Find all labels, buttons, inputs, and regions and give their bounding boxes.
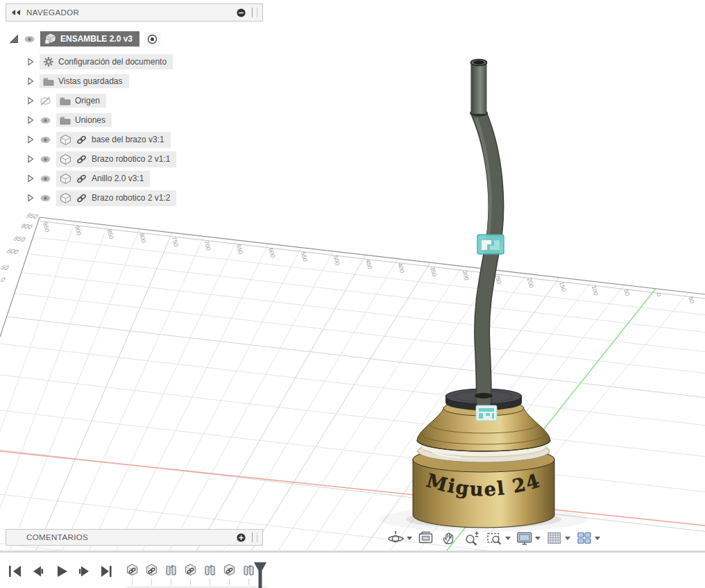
zoom-button[interactable] xyxy=(461,530,482,546)
zoom-window-button[interactable] xyxy=(484,530,512,546)
visibility-eye-icon[interactable] xyxy=(40,135,51,144)
zoom-icon xyxy=(463,530,481,546)
timeline-tick xyxy=(190,579,191,585)
tree-row-root[interactable]: ENSAMBLE 2.0 v3 xyxy=(9,31,160,47)
tree-item-label: Configuración del documento xyxy=(58,57,167,67)
timeline-playhead[interactable] xyxy=(253,562,267,588)
tree-row-component[interactable]: base del brazo v3:1 xyxy=(26,132,171,147)
visibility-off-icon[interactable] xyxy=(40,96,51,106)
display-settings-icon xyxy=(516,530,534,546)
slider-joint-icon[interactable] xyxy=(476,405,497,421)
play-button[interactable] xyxy=(53,563,69,580)
expand-icon[interactable] xyxy=(26,155,35,163)
folder-icon xyxy=(60,116,71,125)
timeline-feature-joint[interactable] xyxy=(204,564,216,576)
tree-row-origin[interactable]: Origen xyxy=(26,93,106,108)
timeline-feature-component[interactable] xyxy=(126,564,138,576)
expand-icon[interactable] xyxy=(26,58,35,66)
expand-open-icon[interactable] xyxy=(9,34,19,44)
tree-item-label: base del brazo v3:1 xyxy=(92,135,164,144)
play-icon xyxy=(53,563,69,580)
panel-drag-handle[interactable] xyxy=(252,8,257,17)
timeline-tick xyxy=(248,579,249,585)
tree-item-label: Uniones xyxy=(75,115,105,125)
tree-row-component[interactable]: Anillo 2.0 v3:1 xyxy=(26,171,150,186)
timeline-feature-component[interactable] xyxy=(146,564,158,576)
display-settings-button[interactable] xyxy=(514,530,542,546)
link-icon xyxy=(76,192,87,204)
expand-icon[interactable] xyxy=(26,77,35,85)
go-to-end-button[interactable] xyxy=(99,563,115,580)
timeline-strip xyxy=(0,553,705,588)
pan-button[interactable] xyxy=(439,530,459,546)
playhead-marker-icon xyxy=(253,562,267,588)
activate-component-radio[interactable] xyxy=(144,32,160,47)
view-navigation-toolbar xyxy=(386,530,602,546)
visibility-eye-icon[interactable] xyxy=(24,35,35,44)
joint-icon xyxy=(204,564,216,576)
grid-settings-button[interactable] xyxy=(544,530,572,546)
linked-component-icon xyxy=(185,564,196,576)
add-comment-icon[interactable] xyxy=(236,532,246,543)
visibility-eye-icon[interactable] xyxy=(40,194,51,203)
link-icon xyxy=(76,153,87,165)
fusion-window: 9509509008508005009008508007507006506005… xyxy=(0,0,705,588)
orbit-button[interactable] xyxy=(386,530,414,546)
collapse-panel-icon[interactable] xyxy=(11,9,21,16)
step-back-button[interactable] xyxy=(30,563,46,580)
pan-icon xyxy=(440,530,458,546)
expand-icon[interactable] xyxy=(26,135,35,144)
component-cube-icon xyxy=(60,173,71,185)
panel-drag-handle[interactable] xyxy=(252,532,257,542)
timeline-feature-joint[interactable] xyxy=(165,564,177,576)
tree-row-component[interactable]: Brazo robotico 2 v1:2 xyxy=(26,190,176,205)
timeline-tick xyxy=(132,579,133,585)
component-cube-icon xyxy=(60,134,71,146)
timeline-ruler xyxy=(126,587,266,587)
look-at-icon xyxy=(417,530,435,546)
visibility-eye-icon[interactable] xyxy=(40,116,51,125)
collapse-browser-icon[interactable] xyxy=(236,8,246,18)
folder-icon xyxy=(60,96,71,106)
timeline-tick xyxy=(210,579,210,585)
tree-row-joints[interactable]: Uniones xyxy=(26,112,112,128)
expand-icon[interactable] xyxy=(26,174,35,183)
component-cube-icon xyxy=(60,153,71,165)
joint-indicator-icon[interactable] xyxy=(477,235,504,254)
step-forward-button[interactable] xyxy=(76,563,92,580)
tree-row-component[interactable]: Brazo robotico 2 v1:1 xyxy=(26,151,176,167)
go-to-start-button[interactable] xyxy=(7,563,24,580)
visibility-eye-icon[interactable] xyxy=(40,155,51,164)
orbit-icon xyxy=(387,530,405,546)
folder-icon xyxy=(43,77,54,86)
comments-panel-header[interactable]: COMENTARIOS xyxy=(6,529,263,546)
timeline-features xyxy=(126,564,255,576)
step-forward-icon xyxy=(76,563,92,580)
link-icon xyxy=(76,134,87,146)
timeline-tick xyxy=(229,579,230,585)
expand-icon[interactable] xyxy=(26,116,35,124)
viewports-button[interactable] xyxy=(574,530,602,546)
tree-item-label: Origen xyxy=(75,96,100,106)
expand-icon[interactable] xyxy=(26,194,35,202)
timeline-feature-component[interactable] xyxy=(185,564,196,576)
chevron-down-icon[interactable] xyxy=(535,537,541,540)
chevron-down-icon[interactable] xyxy=(565,537,570,540)
tree-item-label: Brazo robotico 2 v1:1 xyxy=(92,154,170,164)
tree-item-label: Anillo 2.0 v3:1 xyxy=(92,174,144,183)
tree-item-label: Brazo robotico 2 v1:2 xyxy=(92,193,170,203)
look-at-button[interactable] xyxy=(416,530,436,546)
expand-icon[interactable] xyxy=(26,96,35,105)
navigator-title: NAVEGADOR xyxy=(26,8,230,17)
root-document-chip[interactable]: ENSAMBLE 2.0 v3 xyxy=(40,31,139,47)
chevron-down-icon[interactable] xyxy=(595,537,600,540)
robotic-arm-tube[interactable] xyxy=(470,60,496,402)
chevron-down-icon[interactable] xyxy=(505,537,511,540)
gear-icon xyxy=(43,56,54,67)
chevron-down-icon[interactable] xyxy=(407,537,412,540)
tree-row-named-views[interactable]: Vistas guardadas xyxy=(26,74,129,89)
tree-row-document-settings[interactable]: Configuración del documento xyxy=(26,54,173,69)
navigator-panel-header[interactable]: NAVEGADOR xyxy=(6,3,263,22)
visibility-eye-icon[interactable] xyxy=(40,174,51,183)
timeline-feature-component[interactable] xyxy=(223,564,235,576)
